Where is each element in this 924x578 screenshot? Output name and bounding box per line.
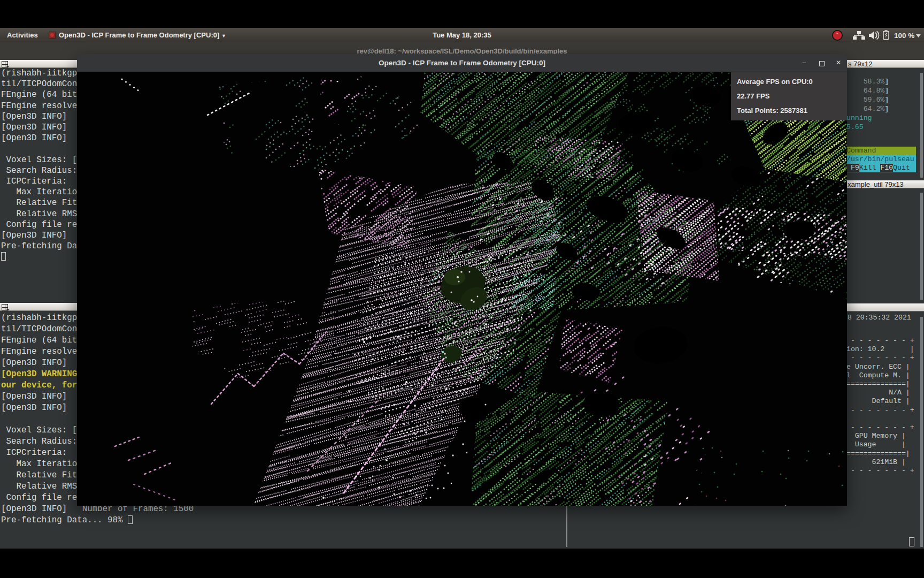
svg-text:100 %: 100 %: [894, 32, 914, 40]
